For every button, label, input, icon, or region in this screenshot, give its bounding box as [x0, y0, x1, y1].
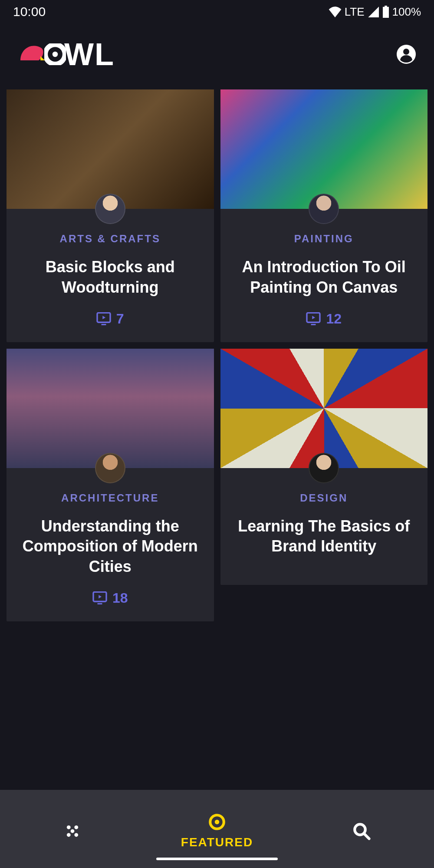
svg-point-7	[67, 825, 71, 829]
profile-icon[interactable]	[396, 44, 417, 65]
home-indicator	[156, 858, 278, 860]
video-count: 12	[229, 311, 419, 327]
course-body: ARTS & CRAFTS Basic Blocks and Woodturni…	[7, 209, 214, 342]
target-icon	[208, 813, 226, 831]
battery-icon	[382, 6, 390, 18]
nav-featured[interactable]: FEATURED	[174, 813, 260, 849]
video-count: 18	[15, 590, 205, 606]
course-card[interactable]: PAINTING An Introduction To Oil Painting…	[220, 89, 428, 342]
signal-icon	[367, 6, 379, 17]
instructor-avatar[interactable]	[95, 194, 125, 224]
course-grid: ARTS & CRAFTS Basic Blocks and Woodturni…	[0, 89, 434, 628]
svg-point-1	[53, 52, 58, 57]
course-category: PAINTING	[229, 233, 419, 245]
course-category: ARTS & CRAFTS	[15, 233, 205, 245]
video-icon	[306, 312, 321, 325]
nav-explore[interactable]	[29, 822, 116, 840]
svg-point-11	[74, 833, 78, 837]
svg-point-13	[215, 820, 220, 825]
nav-label-featured: FEATURED	[181, 835, 253, 849]
search-icon	[352, 822, 371, 840]
app-header: OWLWL	[0, 23, 434, 89]
status-icons: LTE 100%	[328, 5, 421, 19]
instructor-avatar[interactable]	[309, 194, 339, 224]
course-image	[220, 89, 428, 209]
logo-o-icon	[44, 43, 66, 65]
course-image	[7, 89, 214, 209]
course-card[interactable]: ARTS & CRAFTS Basic Blocks and Woodturni…	[7, 89, 214, 342]
course-title: Learning The Basics of Brand Identity	[229, 516, 419, 557]
course-title: Understanding the Composition of Modern …	[15, 516, 205, 577]
course-title: An Introduction To Oil Painting On Canva…	[229, 257, 419, 298]
course-body: PAINTING An Introduction To Oil Painting…	[220, 209, 428, 342]
course-title: Basic Blocks and Woodturning	[15, 257, 205, 298]
video-icon	[96, 312, 111, 325]
course-image	[220, 349, 428, 468]
logo-text: OWLWL	[48, 36, 115, 72]
course-image	[7, 349, 214, 468]
svg-line-15	[365, 834, 369, 839]
nav-search[interactable]	[318, 822, 405, 840]
instructor-avatar[interactable]	[95, 453, 125, 483]
video-icon	[92, 591, 107, 604]
course-card[interactable]: ARCHITECTURE Understanding the Compositi…	[7, 349, 214, 621]
app-logo[interactable]: OWLWL	[17, 36, 115, 72]
course-body: DESIGN Learning The Basics of Brand Iden…	[220, 468, 428, 585]
battery-pct: 100%	[392, 5, 421, 19]
video-count: 7	[15, 311, 205, 327]
wifi-icon	[328, 6, 342, 17]
svg-point-3	[403, 49, 409, 55]
bottom-nav: FEATURED	[0, 790, 434, 868]
owl-logo-icon	[17, 39, 48, 69]
grid-icon	[63, 822, 82, 840]
status-bar: 10:00 LTE 100%	[0, 0, 434, 23]
svg-point-9	[70, 829, 74, 833]
svg-point-8	[74, 825, 78, 829]
course-card[interactable]: DESIGN Learning The Basics of Brand Iden…	[220, 349, 428, 585]
network-label: LTE	[345, 5, 365, 19]
course-category: ARCHITECTURE	[15, 492, 205, 504]
instructor-avatar[interactable]	[309, 453, 339, 483]
status-time: 10:00	[13, 4, 46, 19]
course-body: ARCHITECTURE Understanding the Compositi…	[7, 468, 214, 621]
svg-point-10	[67, 833, 71, 837]
course-category: DESIGN	[229, 492, 419, 504]
